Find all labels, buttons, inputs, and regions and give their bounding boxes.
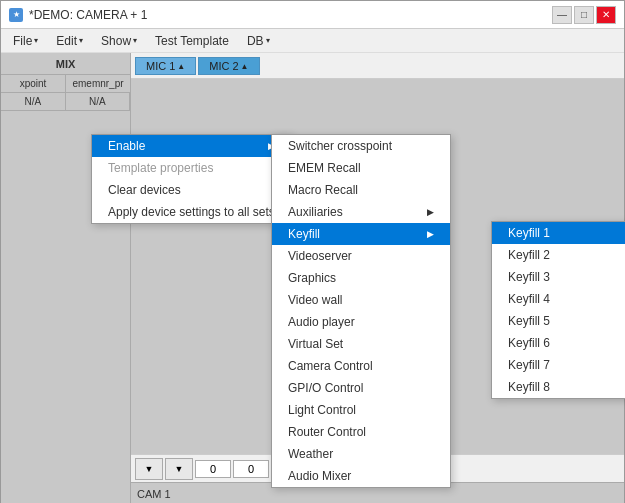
- menu-keyfill-4[interactable]: Keyfill 4: [492, 288, 625, 310]
- menu-gpio-control[interactable]: GPI/O Control: [272, 377, 450, 399]
- menu-show[interactable]: Show ▾: [93, 32, 145, 50]
- close-button[interactable]: ✕: [596, 6, 616, 24]
- app-icon: ★: [9, 8, 23, 22]
- menu-graphics[interactable]: Graphics: [272, 267, 450, 289]
- menu-router-control[interactable]: Router Control: [272, 421, 450, 443]
- menu-switcher-crosspoint[interactable]: Switcher crosspoint: [272, 135, 450, 157]
- xpoint-row: xpoint ememnr_pr: [1, 75, 130, 93]
- menu-file[interactable]: File ▾: [5, 32, 46, 50]
- title-bar-left: ★ *DEMO: CAMERA + 1: [9, 8, 147, 22]
- menu-auxiliaries[interactable]: Auxiliaries ▶: [272, 201, 450, 223]
- main-window: ★ *DEMO: CAMERA + 1 — □ ✕ File ▾ Edit ▾ …: [0, 0, 625, 503]
- menu-keyfill[interactable]: Keyfill ▶: [272, 223, 450, 245]
- emem-cell: ememnr_pr: [66, 75, 130, 92]
- menu-keyfill-8[interactable]: Keyfill 8: [492, 376, 625, 398]
- window-controls: — □ ✕: [552, 6, 616, 24]
- na1-cell: N/A: [1, 93, 66, 110]
- menu-keyfill-7[interactable]: Keyfill 7: [492, 354, 625, 376]
- context-menu-l1: Enable ▶ Template properties Clear devic…: [91, 134, 292, 224]
- title-bar: ★ *DEMO: CAMERA + 1 — □ ✕: [1, 1, 624, 29]
- menu-keyfill-6[interactable]: Keyfill 6: [492, 332, 625, 354]
- na2-cell: N/A: [66, 93, 131, 110]
- maximize-button[interactable]: □: [574, 6, 594, 24]
- context-menu-l2: Switcher crosspoint EMEM Recall Macro Re…: [271, 134, 451, 488]
- arrow-down-btn2[interactable]: ▼: [165, 458, 193, 480]
- menu-macro-recall[interactable]: Macro Recall: [272, 179, 450, 201]
- xpoint-cell: xpoint: [1, 75, 66, 92]
- menu-keyfill-1[interactable]: Keyfill 1: [492, 222, 625, 244]
- menu-keyfill-3[interactable]: Keyfill 3: [492, 266, 625, 288]
- menu-audio-player[interactable]: Audio player: [272, 311, 450, 333]
- menu-enable[interactable]: Enable ▶: [92, 135, 291, 157]
- menu-show-arrow: ▾: [133, 36, 137, 45]
- menu-camera-control[interactable]: Camera Control: [272, 355, 450, 377]
- menu-audio-mixer[interactable]: Audio Mixer: [272, 465, 450, 487]
- menu-keyfill-2[interactable]: Keyfill 2: [492, 244, 625, 266]
- arrow-down-btn1[interactable]: ▼: [135, 458, 163, 480]
- menu-bar: File ▾ Edit ▾ Show ▾ Test Template DB ▾: [1, 29, 624, 53]
- menu-apply-device-settings[interactable]: Apply device settings to all sets: [92, 201, 291, 223]
- menu-file-arrow: ▾: [34, 36, 38, 45]
- left-panel: MIX xpoint ememnr_pr N/A N/A: [1, 53, 131, 503]
- menu-template-properties: Template properties: [92, 157, 291, 179]
- menu-clear-devices[interactable]: Clear devices: [92, 179, 291, 201]
- context-menu-l3: Keyfill 1 Keyfill 2 Keyfill 3 Keyfill 4 …: [491, 221, 625, 399]
- mic-bar: MIC 1 ▲ MIC 2 ▲: [131, 53, 624, 79]
- menu-test-template[interactable]: Test Template: [147, 32, 237, 50]
- menu-db-arrow: ▾: [266, 36, 270, 45]
- menu-weather[interactable]: Weather: [272, 443, 450, 465]
- mic2-arrow: ▲: [241, 62, 249, 71]
- mix-label: MIX: [56, 58, 76, 70]
- menu-edit-arrow: ▾: [79, 36, 83, 45]
- menu-db[interactable]: DB ▾: [239, 32, 278, 50]
- auxiliaries-arrow: ▶: [427, 207, 434, 217]
- mic1-button[interactable]: MIC 1 ▲: [135, 57, 196, 75]
- menu-keyfill-5[interactable]: Keyfill 5: [492, 310, 625, 332]
- cam-label: CAM 1: [137, 488, 171, 500]
- minimize-button[interactable]: —: [552, 6, 572, 24]
- menu-videoserver[interactable]: Videoserver: [272, 245, 450, 267]
- menu-edit[interactable]: Edit ▾: [48, 32, 91, 50]
- value-display2: 0: [233, 460, 269, 478]
- mic1-arrow: ▲: [177, 62, 185, 71]
- menu-light-control[interactable]: Light Control: [272, 399, 450, 421]
- menu-video-wall[interactable]: Video wall: [272, 289, 450, 311]
- menu-virtual-set[interactable]: Virtual Set: [272, 333, 450, 355]
- window-title: *DEMO: CAMERA + 1: [29, 8, 147, 22]
- mic2-button[interactable]: MIC 2 ▲: [198, 57, 259, 75]
- mix-row: MIX: [1, 53, 130, 75]
- keyfill-arrow: ▶: [427, 229, 434, 239]
- menu-emem-recall[interactable]: EMEM Recall: [272, 157, 450, 179]
- value-display1: 0: [195, 460, 231, 478]
- value-row: N/A N/A: [1, 93, 130, 111]
